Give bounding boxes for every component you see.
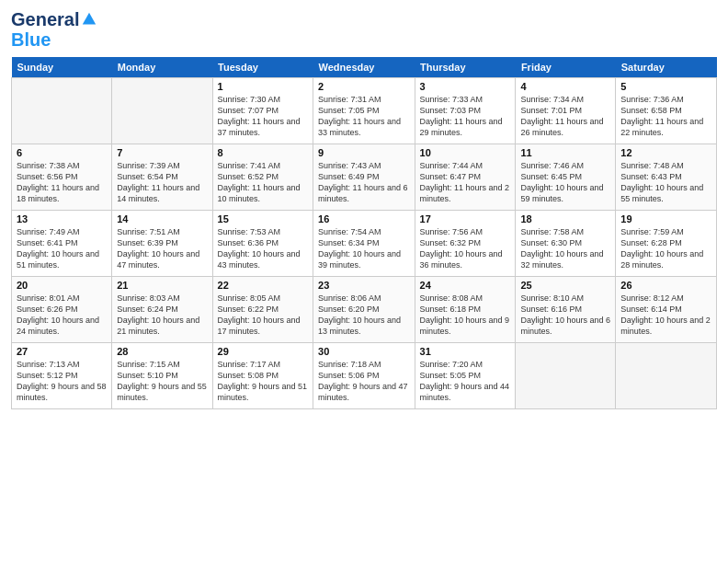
day-cell: 14Sunrise: 7:51 AMSunset: 6:39 PMDayligh…	[112, 211, 212, 277]
day-cell: 16Sunrise: 7:54 AMSunset: 6:34 PMDayligh…	[313, 211, 415, 277]
day-number: 21	[117, 280, 207, 291]
day-info: Sunrise: 7:44 AMSunset: 6:47 PMDaylight:…	[420, 160, 511, 205]
day-header-tuesday: Tuesday	[212, 57, 313, 78]
day-cell: 24Sunrise: 8:08 AMSunset: 6:18 PMDayligh…	[415, 277, 516, 343]
day-info: Sunrise: 7:39 AMSunset: 6:54 PMDaylight:…	[117, 160, 207, 205]
day-cell: 27Sunrise: 7:13 AMSunset: 5:12 PMDayligh…	[12, 343, 112, 409]
day-cell	[516, 343, 616, 409]
day-cell: 12Sunrise: 7:48 AMSunset: 6:43 PMDayligh…	[616, 144, 717, 211]
day-info: Sunrise: 7:48 AMSunset: 6:43 PMDaylight:…	[620, 160, 711, 205]
day-number: 29	[218, 346, 308, 357]
day-cell: 1Sunrise: 7:30 AMSunset: 7:07 PMDaylight…	[212, 78, 313, 144]
day-number: 4	[520, 81, 610, 92]
day-number: 17	[420, 213, 511, 224]
day-number: 2	[318, 81, 410, 92]
day-number: 19	[620, 213, 711, 224]
day-cell: 22Sunrise: 8:05 AMSunset: 6:22 PMDayligh…	[212, 277, 313, 343]
day-cell: 30Sunrise: 7:18 AMSunset: 5:06 PMDayligh…	[313, 343, 415, 409]
day-info: Sunrise: 7:13 AMSunset: 5:12 PMDaylight:…	[17, 359, 107, 404]
day-number: 30	[318, 346, 410, 357]
day-info: Sunrise: 8:08 AMSunset: 6:18 PMDaylight:…	[420, 293, 511, 338]
day-info: Sunrise: 8:12 AMSunset: 6:14 PMDaylight:…	[620, 293, 711, 338]
day-header-monday: Monday	[112, 57, 212, 78]
day-cell: 6Sunrise: 7:38 AMSunset: 6:56 PMDaylight…	[12, 144, 112, 211]
day-number: 23	[318, 280, 410, 291]
day-cell: 21Sunrise: 8:03 AMSunset: 6:24 PMDayligh…	[112, 277, 212, 343]
day-info: Sunrise: 7:41 AMSunset: 6:52 PMDaylight:…	[218, 160, 308, 205]
day-number: 8	[218, 147, 308, 158]
week-row-1: 1Sunrise: 7:30 AMSunset: 7:07 PMDaylight…	[12, 78, 717, 144]
day-info: Sunrise: 7:18 AMSunset: 5:06 PMDaylight:…	[318, 359, 410, 404]
day-number: 12	[620, 147, 711, 158]
day-cell: 7Sunrise: 7:39 AMSunset: 6:54 PMDaylight…	[112, 144, 212, 211]
day-cell: 23Sunrise: 8:06 AMSunset: 6:20 PMDayligh…	[313, 277, 415, 343]
day-header-saturday: Saturday	[616, 57, 717, 78]
day-cell: 2Sunrise: 7:31 AMSunset: 7:05 PMDaylight…	[313, 78, 415, 144]
day-cell: 15Sunrise: 7:53 AMSunset: 6:36 PMDayligh…	[212, 211, 313, 277]
day-cell: 28Sunrise: 7:15 AMSunset: 5:10 PMDayligh…	[112, 343, 212, 409]
day-info: Sunrise: 7:49 AMSunset: 6:41 PMDaylight:…	[17, 226, 107, 271]
day-cell: 25Sunrise: 8:10 AMSunset: 6:16 PMDayligh…	[516, 277, 616, 343]
day-number: 5	[620, 81, 711, 92]
day-header-wednesday: Wednesday	[313, 57, 415, 78]
page-container: General Blue SundayMondayTuesdayWednesda…	[0, 0, 728, 419]
day-number: 13	[17, 213, 107, 224]
day-cell	[12, 78, 112, 144]
day-number: 14	[117, 213, 207, 224]
day-info: Sunrise: 7:54 AMSunset: 6:34 PMDaylight:…	[318, 226, 410, 271]
day-info: Sunrise: 7:38 AMSunset: 6:56 PMDaylight:…	[17, 160, 107, 205]
day-info: Sunrise: 8:06 AMSunset: 6:20 PMDaylight:…	[318, 293, 410, 338]
logo-icon	[81, 11, 97, 28]
day-cell: 26Sunrise: 8:12 AMSunset: 6:14 PMDayligh…	[616, 277, 717, 343]
header-row: SundayMondayTuesdayWednesdayThursdayFrid…	[12, 57, 717, 78]
day-cell: 4Sunrise: 7:34 AMSunset: 7:01 PMDaylight…	[516, 78, 616, 144]
day-info: Sunrise: 7:59 AMSunset: 6:28 PMDaylight:…	[620, 226, 711, 271]
day-cell: 5Sunrise: 7:36 AMSunset: 6:58 PMDaylight…	[616, 78, 717, 144]
week-row-2: 6Sunrise: 7:38 AMSunset: 6:56 PMDaylight…	[12, 144, 717, 211]
svg-marker-0	[83, 13, 96, 25]
day-number: 26	[620, 280, 711, 291]
day-cell: 13Sunrise: 7:49 AMSunset: 6:41 PMDayligh…	[12, 211, 112, 277]
logo-text-blue: Blue	[11, 29, 97, 50]
day-cell: 19Sunrise: 7:59 AMSunset: 6:28 PMDayligh…	[616, 211, 717, 277]
day-info: Sunrise: 8:03 AMSunset: 6:24 PMDaylight:…	[117, 293, 207, 338]
day-info: Sunrise: 8:01 AMSunset: 6:26 PMDaylight:…	[17, 293, 107, 338]
day-number: 9	[318, 147, 410, 158]
day-cell: 9Sunrise: 7:43 AMSunset: 6:49 PMDaylight…	[313, 144, 415, 211]
calendar-table: SundayMondayTuesdayWednesdayThursdayFrid…	[11, 57, 717, 409]
day-info: Sunrise: 8:05 AMSunset: 6:22 PMDaylight:…	[218, 293, 308, 338]
day-number: 15	[218, 213, 308, 224]
day-info: Sunrise: 7:56 AMSunset: 6:32 PMDaylight:…	[420, 226, 511, 271]
day-header-friday: Friday	[516, 57, 616, 78]
day-number: 10	[420, 147, 511, 158]
day-info: Sunrise: 7:33 AMSunset: 7:03 PMDaylight:…	[420, 94, 511, 139]
day-number: 27	[17, 346, 107, 357]
day-info: Sunrise: 7:46 AMSunset: 6:45 PMDaylight:…	[520, 160, 610, 205]
day-number: 25	[520, 280, 610, 291]
day-number: 3	[420, 81, 511, 92]
day-number: 31	[420, 346, 511, 357]
day-info: Sunrise: 7:36 AMSunset: 6:58 PMDaylight:…	[620, 94, 711, 139]
header: General Blue	[11, 9, 717, 50]
day-number: 11	[520, 147, 610, 158]
day-info: Sunrise: 7:15 AMSunset: 5:10 PMDaylight:…	[117, 359, 207, 404]
day-number: 6	[17, 147, 107, 158]
day-cell: 3Sunrise: 7:33 AMSunset: 7:03 PMDaylight…	[415, 78, 516, 144]
day-cell: 31Sunrise: 7:20 AMSunset: 5:05 PMDayligh…	[415, 343, 516, 409]
week-row-3: 13Sunrise: 7:49 AMSunset: 6:41 PMDayligh…	[12, 211, 717, 277]
day-header-sunday: Sunday	[12, 57, 112, 78]
day-cell	[616, 343, 717, 409]
day-info: Sunrise: 7:20 AMSunset: 5:05 PMDaylight:…	[420, 359, 511, 404]
day-info: Sunrise: 7:53 AMSunset: 6:36 PMDaylight:…	[218, 226, 308, 271]
day-number: 1	[218, 81, 308, 92]
day-number: 28	[117, 346, 207, 357]
day-info: Sunrise: 7:43 AMSunset: 6:49 PMDaylight:…	[318, 160, 410, 205]
logo: General Blue	[11, 9, 97, 50]
day-info: Sunrise: 7:31 AMSunset: 7:05 PMDaylight:…	[318, 94, 410, 139]
logo-text-general: General	[11, 9, 79, 29]
day-info: Sunrise: 7:51 AMSunset: 6:39 PMDaylight:…	[117, 226, 207, 271]
day-cell: 18Sunrise: 7:58 AMSunset: 6:30 PMDayligh…	[516, 211, 616, 277]
day-info: Sunrise: 7:30 AMSunset: 7:07 PMDaylight:…	[218, 94, 308, 139]
day-number: 22	[218, 280, 308, 291]
day-cell: 10Sunrise: 7:44 AMSunset: 6:47 PMDayligh…	[415, 144, 516, 211]
